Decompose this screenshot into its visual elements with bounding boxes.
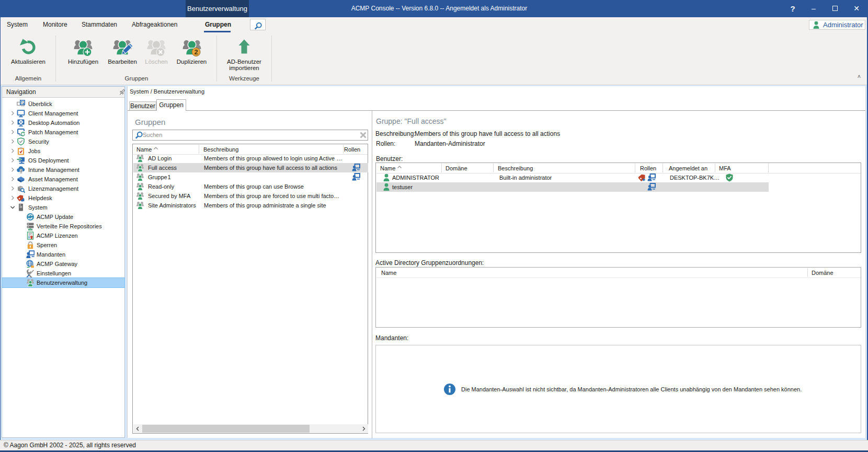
svg-text:2: 2 (194, 48, 198, 56)
